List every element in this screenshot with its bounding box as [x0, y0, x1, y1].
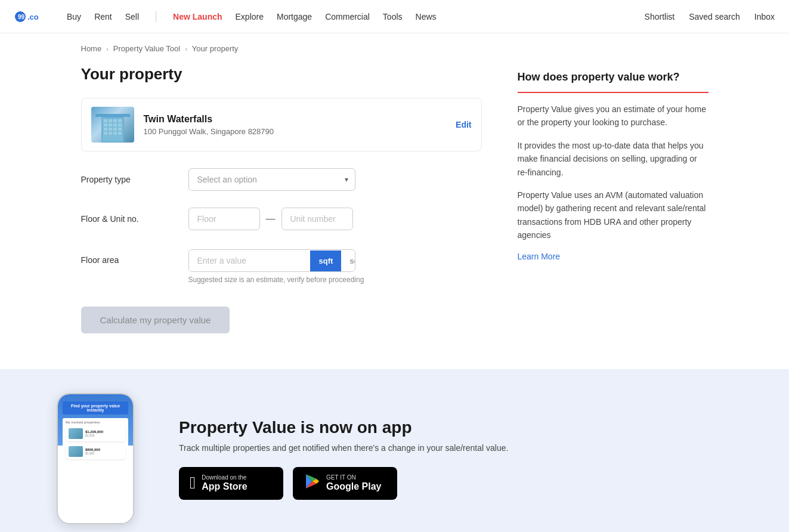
floor-input[interactable] — [188, 208, 260, 230]
panel-para-2: It provides the most up-to-date data tha… — [518, 139, 708, 179]
google-play-icon — [304, 473, 320, 494]
svg-rect-15 — [113, 128, 117, 131]
property-type-label: Property type — [81, 175, 177, 184]
phone-card-img-1 — [69, 428, 83, 439]
logo[interactable]: 99 .co — [14, 8, 50, 25]
svg-rect-19 — [113, 132, 117, 135]
app-content: Property Value is now on app Track multi… — [179, 418, 741, 500]
phone-header-bar: Find your property value instantly — [63, 401, 128, 415]
nav-mortgage[interactable]: Mortgage — [277, 12, 312, 21]
property-name: Twin Waterfalls — [144, 114, 447, 125]
app-store-main-label: App Store — [202, 481, 247, 492]
property-type-field: Property type Select an option HDB Condo… — [81, 168, 482, 191]
content-row: Your property — [81, 59, 708, 357]
google-play-sub-label: GET IT ON — [326, 474, 381, 481]
google-play-button[interactable]: GET IT ON Google Play — [293, 467, 397, 500]
breadcrumb: Home › Property Value Tool › Your proper… — [81, 33, 708, 59]
breadcrumb-property-value-tool[interactable]: Property Value Tool — [113, 44, 180, 53]
svg-rect-17 — [104, 132, 107, 135]
nav-saved-search[interactable]: Saved search — [689, 12, 740, 21]
floor-unit-dash: — — [266, 214, 276, 224]
nav-divider — [156, 11, 156, 22]
unit-toggle: sqft sqm — [310, 250, 355, 271]
phone-card-1: $1,200,000 $1,026 — [66, 426, 125, 441]
phone-card-info-1: $1,200,000 $1,026 — [85, 430, 103, 437]
svg-rect-8 — [118, 119, 122, 122]
sqft-button[interactable]: sqft — [310, 250, 342, 271]
nav-rent[interactable]: Rent — [94, 12, 112, 21]
svg-rect-20 — [118, 132, 122, 135]
content-left: Your property — [81, 65, 482, 357]
property-type-select[interactable]: Select an option HDB Condominium Landed — [188, 168, 355, 191]
breadcrumb-home[interactable]: Home — [81, 44, 102, 53]
nav-explore[interactable]: Explore — [236, 12, 264, 21]
nav-buy[interactable]: Buy — [67, 12, 81, 21]
svg-rect-13 — [104, 128, 107, 131]
app-store-sub-label: Download on the — [202, 474, 247, 481]
edit-property-link[interactable]: Edit — [456, 120, 471, 129]
property-image — [91, 107, 134, 143]
svg-rect-11 — [113, 123, 117, 126]
svg-rect-7 — [113, 119, 117, 122]
panel-para-3: Property Value uses an AVM (automated va… — [518, 188, 708, 242]
breadcrumb-current: Your property — [192, 44, 239, 53]
property-thumbnail — [91, 107, 134, 143]
app-store-text: Download on the App Store — [202, 474, 247, 492]
nav-inbox[interactable]: Inbox — [754, 12, 775, 21]
phone-outer: Find your property value instantly My tr… — [57, 393, 134, 524]
breadcrumb-chevron-2: › — [185, 45, 187, 52]
svg-rect-14 — [109, 128, 112, 131]
floor-area-label: Floor area — [81, 249, 177, 265]
app-section-desc: Track multiple properties and get notifi… — [179, 443, 741, 453]
nav-news[interactable]: News — [416, 12, 437, 21]
phone-tracked-label: My tracked properties — [66, 420, 125, 424]
learn-more-link[interactable]: Learn More — [518, 252, 561, 261]
floor-unit-label: Floor & Unit no. — [81, 214, 177, 224]
svg-rect-5 — [104, 119, 107, 122]
property-type-select-wrapper: Select an option HDB Condominium Landed … — [188, 168, 355, 191]
navigation: 99 .co Buy Rent Sell New Launch Explore … — [0, 0, 789, 33]
floor-area-wrapper: sqft sqm — [188, 249, 355, 272]
nav-sell[interactable]: Sell — [125, 12, 139, 21]
floor-area-input[interactable] — [189, 250, 310, 271]
google-play-text: GET IT ON Google Play — [326, 474, 381, 492]
nav-new-launch[interactable]: New Launch — [173, 12, 222, 21]
property-card: Twin Waterfalls 100 Punggol Walk, Singap… — [81, 98, 482, 151]
panel-title: How does property value work? — [518, 71, 708, 83]
property-info: Twin Waterfalls 100 Punggol Walk, Singap… — [144, 114, 447, 136]
app-store-button[interactable]:  Download on the App Store — [179, 467, 283, 500]
floor-unit-row: — — [188, 208, 482, 230]
phone-card-info-2: $800,000 $1,900 — [85, 448, 100, 455]
svg-text:.co: .co — [27, 13, 39, 21]
svg-rect-6 — [109, 119, 112, 122]
right-panel: How does property value work? Property V… — [518, 65, 708, 261]
google-play-main-label: Google Play — [326, 481, 381, 492]
nav-links-right: Shortlist Saved search Inbox — [645, 12, 775, 21]
nav-shortlist[interactable]: Shortlist — [645, 12, 675, 21]
phone-screen: Find your property value instantly My tr… — [58, 394, 133, 523]
phone-card-img-2 — [69, 446, 83, 457]
nav-tools[interactable]: Tools — [383, 12, 403, 21]
phone-card-2: $800,000 $1,900 — [66, 444, 125, 459]
svg-rect-18 — [109, 132, 112, 135]
content-right: How does property value work? Property V… — [518, 65, 708, 357]
floor-unit-control: — — [188, 208, 482, 230]
svg-text:99: 99 — [18, 14, 25, 20]
breadcrumb-chevron-1: › — [106, 45, 109, 52]
nav-links-left: Buy Rent Sell New Launch Explore Mortgag… — [67, 11, 437, 22]
svg-rect-10 — [109, 123, 112, 126]
property-address: 100 Punggol Walk, Singapore 828790 — [144, 127, 447, 136]
apple-icon:  — [190, 475, 196, 491]
svg-rect-16 — [118, 128, 122, 131]
svg-rect-12 — [118, 123, 122, 126]
unit-input[interactable] — [281, 208, 353, 230]
page-container: Home › Property Value Tool › Your proper… — [67, 33, 723, 357]
app-section-title: Property Value is now on app — [179, 418, 741, 437]
floor-unit-field: Floor & Unit no. — — [81, 208, 482, 230]
property-type-control: Select an option HDB Condominium Landed … — [188, 168, 482, 191]
sqm-button[interactable]: sqm — [341, 250, 355, 271]
floor-area-control: sqft sqm Suggested size is an estimate, … — [188, 249, 482, 284]
nav-commercial[interactable]: Commercial — [325, 12, 370, 21]
calculate-button[interactable]: Calculate my property value — [81, 307, 230, 333]
phone-mockup: Find your property value instantly My tr… — [48, 393, 143, 524]
